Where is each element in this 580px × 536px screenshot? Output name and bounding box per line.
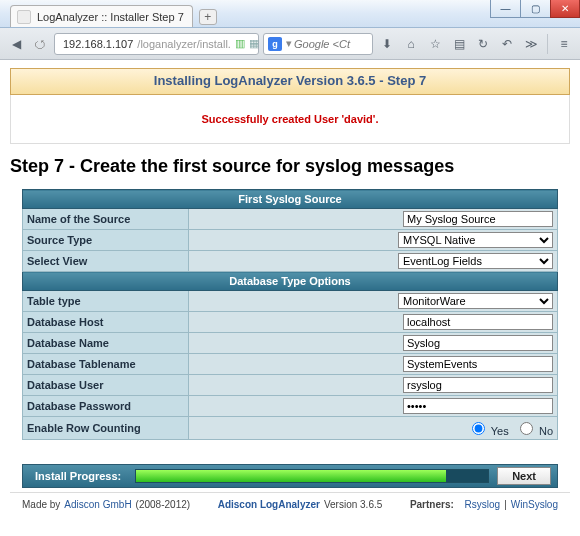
label-db-host: Database Host (23, 312, 189, 333)
input-db-tablename[interactable] (403, 356, 553, 372)
menu-icon[interactable]: ≡ (554, 34, 574, 54)
label-db-tablename: Database Tablename (23, 354, 189, 375)
section-first-source: First Syslog Source (23, 190, 558, 209)
clipboard-icon[interactable]: ▤ (449, 34, 469, 54)
search-box[interactable]: g ▾ (263, 33, 373, 55)
install-banner: Installing LogAnalyzer Version 3.6.5 - S… (10, 68, 570, 95)
google-icon: g (268, 37, 282, 51)
input-db-password[interactable] (403, 398, 553, 414)
toolbar-separator (547, 34, 548, 54)
label-table-type: Table type (23, 291, 189, 312)
refresh-icon[interactable]: ↻ (473, 34, 493, 54)
input-db-user[interactable] (403, 377, 553, 393)
step-heading: Step 7 - Create the first source for sys… (10, 156, 570, 177)
shield-icon[interactable]: ▥ (235, 37, 245, 50)
label-select-view: Select View (23, 251, 189, 272)
search-input[interactable] (292, 37, 362, 51)
select-source-type[interactable]: MYSQL Native (398, 232, 553, 248)
label-source-name: Name of the Source (23, 209, 189, 230)
link-product[interactable]: Adiscon LogAnalyzer (218, 499, 320, 510)
progress-row: Install Progress: Next (22, 464, 558, 488)
page-content: Installing LogAnalyzer Version 3.6.5 - S… (0, 60, 580, 516)
tab-title: LogAnalyzer :: Installer Step 7 (37, 11, 184, 23)
history-back-icon[interactable]: ↶ (497, 34, 517, 54)
label-row-counting: Enable Row Counting (23, 417, 189, 440)
link-partner-rsyslog[interactable]: Rsyslog (465, 499, 501, 510)
label-source-type: Source Type (23, 230, 189, 251)
syslog-source-table: First Syslog Source Name of the Source S… (22, 189, 558, 440)
row-counting-cell: Yes No (188, 417, 557, 440)
browser-toolbar: ◀ ⭯ 192.168.1.107/loganalyzer/install. ▥… (0, 28, 580, 60)
window-buttons: — ▢ ✕ (490, 0, 580, 18)
page-footer: Made by Adiscon GmbH (2008-2012) Adiscon… (10, 492, 570, 516)
label-db-user: Database User (23, 375, 189, 396)
download-icon[interactable]: ⬇ (377, 34, 397, 54)
grid-icon[interactable]: ▦ (249, 37, 259, 50)
bookmark-icon[interactable]: ☆ (425, 34, 445, 54)
link-company[interactable]: Adiscon GmbH (64, 499, 131, 510)
radio-no[interactable] (520, 422, 533, 435)
url-host: 192.168.1.107 (63, 38, 133, 50)
home-icon[interactable]: ⌂ (401, 34, 421, 54)
section-db-options: Database Type Options (23, 272, 558, 291)
radio-yes[interactable] (472, 422, 485, 435)
label-db-name: Database Name (23, 333, 189, 354)
select-table-type[interactable]: MonitorWare (398, 293, 553, 309)
overflow-icon[interactable]: ≫ (521, 34, 541, 54)
url-path: /loganalyzer/install. (137, 38, 231, 50)
input-db-name[interactable] (403, 335, 553, 351)
tab-favicon (17, 10, 31, 24)
link-partner-winsyslog[interactable]: WinSyslog (511, 499, 558, 510)
input-source-name[interactable] (403, 211, 553, 227)
success-message: Successfully created User 'david'. (10, 95, 570, 144)
maximize-button[interactable]: ▢ (520, 0, 550, 18)
window-titlebar: LogAnalyzer :: Installer Step 7 + — ▢ ✕ (0, 0, 580, 28)
next-button[interactable]: Next (497, 467, 551, 485)
url-bar[interactable]: 192.168.1.107/loganalyzer/install. ▥ ▦ ▾ (54, 33, 259, 55)
input-db-host[interactable] (403, 314, 553, 330)
browser-tab[interactable]: LogAnalyzer :: Installer Step 7 (10, 5, 193, 27)
progress-bar (135, 469, 489, 483)
progress-fill (136, 470, 446, 482)
new-tab-button[interactable]: + (199, 9, 217, 25)
back-button[interactable]: ◀ (6, 34, 26, 54)
label-db-password: Database Password (23, 396, 189, 417)
close-button[interactable]: ✕ (550, 0, 580, 18)
select-view[interactable]: EventLog Fields (398, 253, 553, 269)
reload-icon[interactable]: ⭯ (30, 34, 50, 54)
minimize-button[interactable]: — (490, 0, 520, 18)
progress-label: Install Progress: (29, 470, 127, 482)
